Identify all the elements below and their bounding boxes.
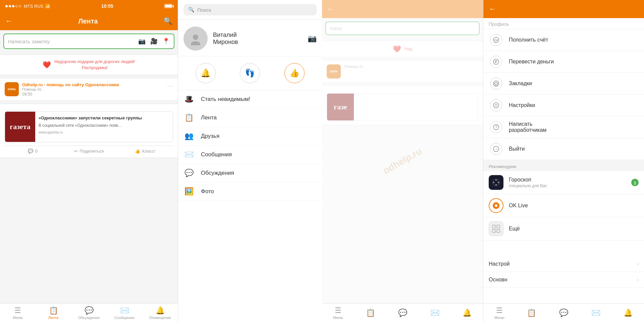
tab-menu[interactable]: ☰ Меню	[0, 304, 36, 322]
settings-item-osnov[interactable]: Основн ›	[483, 272, 644, 288]
tab-notif-4[interactable]: 🔔	[612, 304, 644, 322]
like-icon: 👍	[135, 149, 140, 154]
tab-msg-3[interactable]: ✉️	[419, 304, 451, 322]
camera-icon[interactable]: 📷	[138, 38, 146, 45]
horoscope-badge: g	[631, 179, 639, 186]
likes-btn[interactable]: 👍	[284, 63, 305, 83]
svg-text:₽: ₽	[495, 59, 497, 64]
settings-label-nastroy: Настрой	[489, 261, 634, 267]
svg-text:?: ?	[495, 124, 497, 129]
back-button[interactable]: ←	[5, 17, 13, 25]
tab-feed-label: Лента	[48, 316, 58, 320]
tab-feed-4[interactable]: 📋	[516, 304, 548, 322]
logout-label: Выйти	[509, 146, 525, 152]
feed-more-button[interactable]: ⋯	[167, 82, 173, 90]
notif-icon-4: 🔔	[624, 309, 633, 317]
panel-settings: ← Профиль ок Пополнить счёт ₽ Перевести …	[483, 0, 644, 322]
search-bar[interactable]: 🔍 Поиск	[183, 4, 317, 15]
page-title: Лента	[78, 17, 98, 25]
recommend-oklive[interactable]: OK Live	[483, 194, 644, 217]
search-placeholder: Поиск	[197, 7, 211, 13]
tab-menu-label: Меню	[13, 316, 23, 320]
location-icon[interactable]: 📍	[162, 38, 170, 45]
dropdown-devfeedback[interactable]: ? Написать разработчикам	[483, 116, 644, 138]
svg-point-8	[493, 103, 499, 108]
status-bar: MTS RUS 📶 10:55	[0, 0, 178, 12]
feed-card-url: www.gazeta.ru	[39, 130, 169, 134]
tab-bar-3: ☰ Меню 📋 💬 ✉️ 🔔	[322, 303, 483, 322]
topup-icon: ок	[490, 34, 502, 46]
signal-dot-2	[9, 5, 11, 7]
menu-item-discussions[interactable]: 💬 Обсуждения	[178, 164, 322, 182]
avatar-label: OdHe	[8, 88, 16, 91]
tab-menu-3[interactable]: ☰ Меню	[322, 304, 354, 322]
more-icon	[489, 221, 503, 236]
dropdown-bookmarks[interactable]: Закладки	[483, 73, 644, 95]
battery-fill	[165, 5, 172, 7]
notif-icon-3: 🔔	[463, 309, 472, 317]
oklive-title: OK Live	[509, 203, 528, 209]
share-button[interactable]: ↩ Поделиться	[61, 149, 117, 154]
tab-feed-3[interactable]: 📋	[354, 304, 386, 322]
menu-label-photos: Фото	[201, 188, 214, 195]
profile-section: Виталий Миронов 📷	[178, 20, 322, 56]
feed-item-1: OdHe Odhelp.ru - помощь по сайту Однокла…	[0, 78, 178, 101]
svg-rect-20	[497, 225, 500, 228]
back-button-4[interactable]: ←	[489, 5, 496, 13]
tab-notifications[interactable]: 🔔 Оповещения	[142, 304, 178, 322]
feed-meta: Odhelp.ru - помощь по сайту Одноклассник…	[22, 82, 164, 97]
bookmarks-icon	[490, 77, 502, 90]
profile-name: Виталий Миронов	[213, 32, 238, 46]
tab-feed[interactable]: 📋 Лента	[36, 304, 71, 322]
tab-notif-3[interactable]: 🔔	[451, 304, 483, 322]
menu-icon-3: ☰	[335, 306, 341, 315]
footprints-btn[interactable]: 👣	[240, 63, 260, 83]
dropdown-settings[interactable]: Настройки	[483, 95, 644, 116]
discussions-menu-icon: 💬	[183, 169, 194, 177]
status-bar-right	[164, 4, 172, 8]
feed-source: Odhelp.ru - помощь по сайту Одноклассник…	[22, 82, 164, 87]
dropdown-topup[interactable]: ок Пополнить счёт	[483, 29, 644, 51]
transfer-icon: ₽	[490, 56, 502, 68]
menu-list: 🎩 Стать невидимым! 📋 Лента 👥 Друзья ✉️ С…	[178, 90, 322, 201]
feed-card[interactable]: газета «Одноклассники» запустили секретн…	[5, 111, 173, 142]
like-button[interactable]: 👍 Класс!	[117, 149, 173, 154]
menu-item-friends[interactable]: 👥 Друзья	[178, 127, 322, 146]
signal-dot-1	[5, 5, 8, 7]
svg-rect-21	[492, 229, 495, 232]
tab-bar: ☰ Меню 📋 Лента 💬 Обсуждения ✉️ Сообщения…	[0, 303, 178, 322]
wifi-icon: 📶	[45, 4, 50, 9]
recommend-horoscope[interactable]: Гороскоп специально для Вас g	[483, 171, 644, 194]
dropdown-logout[interactable]: → Выйти	[483, 138, 644, 160]
camera-button[interactable]: 📷	[308, 34, 317, 43]
compose-bar[interactable]: Написать заметку 📷 🎥 📍	[3, 34, 174, 49]
tab-disc-4[interactable]: 💬	[548, 304, 580, 322]
tab-menu-4[interactable]: ☰ Меню	[483, 304, 516, 322]
settings-list: Настрой › Основн ›	[483, 256, 644, 288]
topup-label: Пополнить счёт	[509, 37, 548, 43]
menu-item-photos[interactable]: 🖼️ Фото	[178, 182, 322, 201]
menu-item-feed[interactable]: 📋 Лента	[178, 109, 322, 127]
notifications-btn[interactable]: 🔔	[196, 63, 216, 83]
menu-item-invisible[interactable]: 🎩 Стать невидимым!	[178, 90, 322, 109]
horoscope-sub: специально для Вас	[509, 183, 547, 188]
panel-feed: MTS RUS 📶 10:55 ← Лента 🔍 Написать замет…	[0, 0, 178, 322]
tab-messages[interactable]: ✉️ Сообщения	[107, 304, 142, 322]
video-icon[interactable]: 🎥	[150, 38, 158, 45]
comment-icon: 💬	[28, 149, 33, 154]
tab-disc-3[interactable]: 💬	[386, 304, 419, 322]
comment-button[interactable]: 💬 0	[5, 149, 61, 154]
avatar[interactable]	[183, 26, 208, 51]
svg-point-15	[495, 179, 497, 181]
dropdown-transfer[interactable]: ₽ Перевести деньги	[483, 51, 644, 73]
search-button[interactable]: 🔍	[163, 17, 172, 25]
share-icon: ↩	[74, 149, 78, 154]
settings-item-nastroy[interactable]: Настрой ›	[483, 256, 644, 272]
feed-icon: 📋	[49, 306, 58, 315]
tab-msg-4[interactable]: ✉️	[580, 304, 612, 322]
menu-item-messages[interactable]: ✉️ Сообщения	[178, 146, 322, 164]
disc-icon-3: 💬	[398, 309, 407, 317]
recommend-more[interactable]: Ещё	[483, 217, 644, 240]
tab-discussions[interactable]: 💬 Обсуждения	[71, 304, 107, 322]
dropdown-menu: Профиль ок Пополнить счёт ₽ Перевести де…	[483, 18, 644, 240]
